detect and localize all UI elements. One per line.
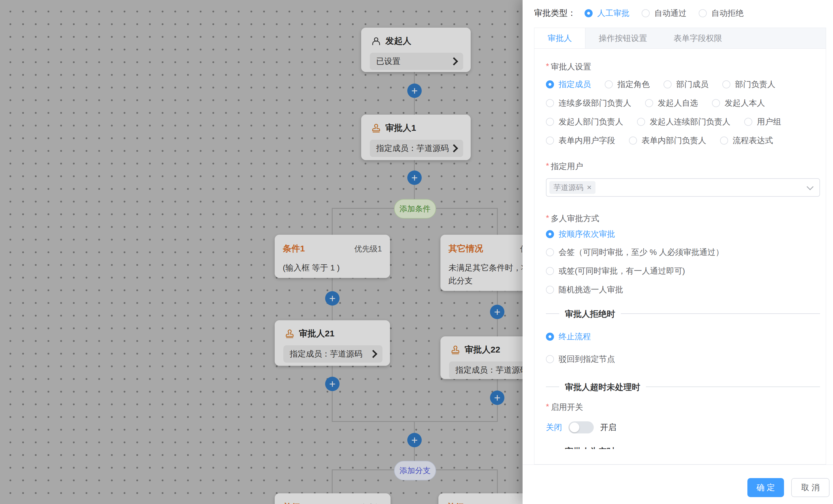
radio-option[interactable]: 连续多级部门负责人 xyxy=(546,98,631,108)
radio-option[interactable]: 发起人本人 xyxy=(712,98,765,108)
radio-random-one[interactable]: 随机挑选一人审批 xyxy=(546,284,820,296)
radio-icon[interactable] xyxy=(629,136,637,145)
footer-divider xyxy=(523,464,833,465)
radio-orsign[interactable]: 或签(可同时审批，有一人通过即可) xyxy=(546,265,820,277)
radio-icon[interactable] xyxy=(722,80,730,89)
radio-terminate-flow[interactable]: 终止流程 xyxy=(546,331,820,343)
radio-icon[interactable] xyxy=(637,118,645,126)
radio-sequential[interactable]: 按顺序依次审批 xyxy=(546,228,820,240)
approver1-node-card[interactable]: 审批人1 指定成员：芋道源码 xyxy=(361,115,471,160)
chevron-right-icon xyxy=(369,350,377,358)
branch-priority: 无优先级 xyxy=(351,502,382,504)
radio-option[interactable]: 流程表达式 xyxy=(720,135,773,146)
condition1-card[interactable]: 条件1 优先级1 (输入框 等于 1 ) xyxy=(275,235,390,278)
radio-icon[interactable] xyxy=(546,355,554,363)
add-node-button[interactable]: + xyxy=(407,83,422,98)
approver-options-row: 发起人部门负责人 发起人连续部门负责人 用户组 xyxy=(546,116,820,128)
radio-option[interactable]: 发起人连续部门负责人 xyxy=(637,116,730,127)
radio-option[interactable]: 发起人部门负责人 xyxy=(546,116,623,127)
switch-on-label: 开启 xyxy=(600,422,616,433)
add-node-button[interactable]: + xyxy=(407,171,422,185)
branch-title: 并行1 xyxy=(283,501,305,504)
radio-option[interactable]: 用户组 xyxy=(744,116,781,127)
radio-icon[interactable] xyxy=(699,9,707,17)
enable-toggle[interactable] xyxy=(568,421,594,433)
required-asterisk: * xyxy=(546,213,549,223)
radio-icon[interactable] xyxy=(642,9,650,17)
node-title: 审批人21 xyxy=(299,328,334,339)
user-tag: 芋道源码 × xyxy=(549,181,595,194)
radio-option[interactable]: 指定成员 xyxy=(546,79,591,90)
radio-icon[interactable] xyxy=(744,118,752,126)
radio-option[interactable]: 表单内部门负责人 xyxy=(629,135,706,146)
cancel-button[interactable]: 取 消 xyxy=(791,478,830,497)
radio-countersign[interactable]: 会签（可同时审批，至少 % 人必须审批通过） xyxy=(546,247,820,258)
radio-icon[interactable] xyxy=(546,99,554,107)
radio-icon[interactable] xyxy=(720,136,728,145)
radio-icon[interactable] xyxy=(664,80,672,89)
person-icon xyxy=(371,36,381,46)
radio-icon[interactable] xyxy=(546,286,554,294)
approval-type-label: 审批类型： xyxy=(534,7,576,19)
empty-section-divider: 审批人为空时 xyxy=(546,445,820,449)
approver-form: * 审批人设置 指定成员 指定角色 部门成员 部门负责人 连续多级部门负责人 发… xyxy=(534,49,826,449)
radio-icon[interactable] xyxy=(546,248,554,256)
radio-icon[interactable] xyxy=(546,136,554,145)
stamp-icon xyxy=(285,329,295,339)
approver21-node-card[interactable]: 审批人21 指定成员：芋道源码 xyxy=(275,320,390,366)
radio-auto-reject[interactable]: 自动拒绝 xyxy=(699,8,744,19)
radio-auto-pass[interactable]: 自动通过 xyxy=(642,8,687,19)
tab-form-field-permission[interactable]: 表单字段权限 xyxy=(660,28,735,48)
plus-icon: + xyxy=(411,85,418,96)
radio-icon[interactable] xyxy=(546,267,554,275)
radio-option[interactable]: 表单内用户字段 xyxy=(546,135,615,146)
node-summary: 已设置 xyxy=(376,56,400,67)
node-config-row[interactable]: 指定成员：芋道源码 xyxy=(370,140,463,157)
tab-button-settings[interactable]: 操作按钮设置 xyxy=(586,28,660,48)
section-title: 审批人拒绝时 xyxy=(559,308,621,320)
radio-option[interactable]: 部门成员 xyxy=(664,79,709,90)
radio-return-to-node[interactable]: 驳回到指定节点 xyxy=(546,353,820,365)
node-config-row[interactable]: 已设置 xyxy=(370,53,463,70)
assigned-user-label: * 指定用户 xyxy=(546,161,820,171)
approver-config-panel: 审批类型： 人工审批 自动通过 自动拒绝 审批人 操作按钮设置 表单字段权限 *… xyxy=(523,0,833,504)
multi-approve-label: * 多人审批方式 xyxy=(546,213,820,224)
radio-icon[interactable] xyxy=(546,118,554,126)
add-node-button[interactable]: + xyxy=(407,433,422,447)
radio-icon[interactable] xyxy=(546,333,554,341)
close-icon[interactable]: × xyxy=(587,183,592,192)
start-node-card[interactable]: 发起人 已设置 xyxy=(361,28,471,72)
add-node-button[interactable]: + xyxy=(325,291,339,306)
node-summary: 指定成员：芋道源码 xyxy=(455,364,528,376)
radio-option[interactable]: 部门负责人 xyxy=(722,79,775,90)
radio-icon[interactable] xyxy=(546,80,554,89)
add-branch-button[interactable]: 添加分支 xyxy=(394,461,436,480)
plus-icon: + xyxy=(411,172,418,183)
radio-icon[interactable] xyxy=(585,9,593,17)
radio-option[interactable]: 发起人自选 xyxy=(645,98,698,108)
radio-icon[interactable] xyxy=(645,99,653,107)
chevron-right-icon xyxy=(450,144,458,152)
approver-options-row: 指定成员 指定角色 部门成员 部门负责人 xyxy=(546,79,820,90)
branch-merge-line xyxy=(332,421,498,422)
approver-options-row: 表单内用户字段 表单内部门负责人 流程表达式 xyxy=(546,135,820,146)
radio-manual-approve[interactable]: 人工审批 xyxy=(585,8,629,19)
node-title: 审批人1 xyxy=(385,122,416,134)
required-asterisk: * xyxy=(546,161,549,171)
connector-line xyxy=(497,208,498,235)
tab-approver[interactable]: 审批人 xyxy=(534,28,586,48)
confirm-button[interactable]: 确 定 xyxy=(747,478,784,497)
radio-icon[interactable] xyxy=(605,80,613,89)
add-node-button[interactable]: + xyxy=(490,390,504,405)
section-title: 审批人为空时 xyxy=(559,446,621,449)
add-condition-button[interactable]: 添加条件 xyxy=(394,199,436,219)
radio-icon[interactable] xyxy=(712,99,720,107)
connector-line xyxy=(332,366,333,422)
parallel1-card[interactable]: 并行1 无优先级 xyxy=(275,493,390,504)
add-node-button[interactable]: + xyxy=(325,377,339,391)
node-config-row[interactable]: 指定成员：芋道源码 xyxy=(283,345,382,362)
radio-option[interactable]: 指定角色 xyxy=(605,79,650,90)
radio-icon[interactable] xyxy=(546,230,554,238)
add-node-button[interactable]: + xyxy=(490,305,504,319)
assigned-user-select[interactable]: 芋道源码 × xyxy=(546,178,820,197)
